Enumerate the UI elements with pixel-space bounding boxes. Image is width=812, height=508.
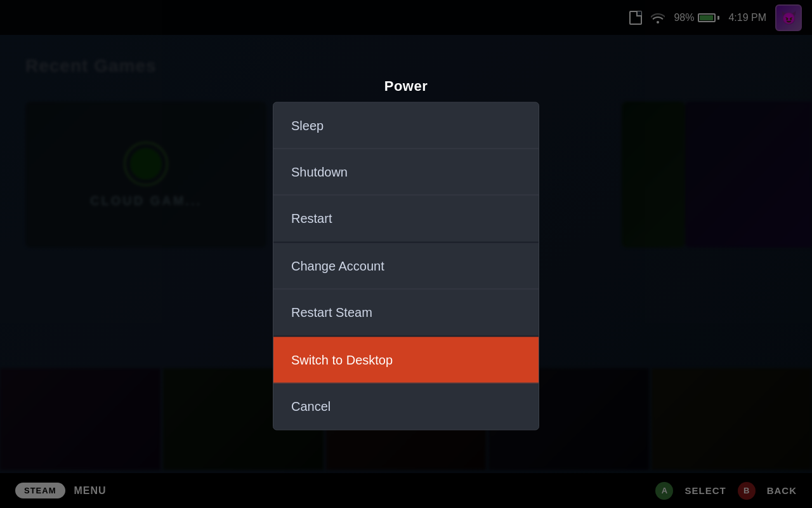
sleep-option[interactable]: Sleep xyxy=(273,103,539,149)
menu-group-account: Change Account Restart Steam xyxy=(273,243,539,337)
power-dialog: Power Sleep Shutdown Restart Change Acco… xyxy=(273,78,539,431)
power-menu-list: Sleep Shutdown Restart Change Account Re… xyxy=(273,102,539,431)
restart-option[interactable]: Restart xyxy=(273,196,539,242)
cancel-option[interactable]: Cancel xyxy=(273,384,539,430)
dialog-title: Power xyxy=(273,78,539,95)
restart-steam-option[interactable]: Restart Steam xyxy=(273,290,539,336)
change-account-option[interactable]: Change Account xyxy=(273,243,539,290)
switch-to-desktop-option[interactable]: Switch to Desktop xyxy=(273,337,539,384)
shutdown-option[interactable]: Shutdown xyxy=(273,149,539,196)
menu-group-power: Sleep Shutdown Restart xyxy=(273,103,539,243)
